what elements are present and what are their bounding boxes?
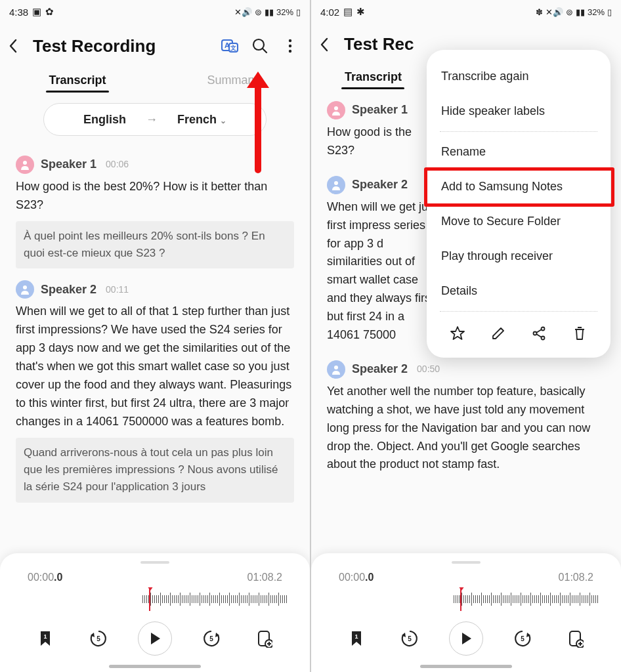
vibrate-icon: ✕🔊 bbox=[546, 7, 563, 17]
add-clip-button[interactable] bbox=[561, 624, 590, 653]
waveform[interactable] bbox=[311, 587, 621, 611]
avatar bbox=[327, 176, 345, 194]
home-indicator[interactable] bbox=[420, 665, 512, 668]
time-current: 00:00.0 bbox=[28, 572, 62, 583]
play-button[interactable] bbox=[449, 621, 483, 656]
translation-text: Quand arriverons-nous à tout cela un pas… bbox=[16, 438, 294, 503]
search-icon[interactable] bbox=[248, 34, 272, 58]
svg-point-19 bbox=[334, 181, 338, 185]
arrow-right-icon: → bbox=[146, 113, 158, 127]
speaker-row: Speaker 2 00:11 bbox=[16, 280, 294, 299]
phone-left: 4:38 ▣ ✿ ✕🔊 ⊚ ▮▮ 32% ▯ Test Recording A文 bbox=[0, 0, 310, 672]
back-button[interactable] bbox=[319, 37, 337, 52]
svg-point-20 bbox=[334, 366, 338, 369]
status-time: 4:38 bbox=[9, 7, 28, 18]
svg-point-7 bbox=[289, 45, 291, 47]
translation-text: À quel point les meilleurs 20% sont-ils … bbox=[16, 221, 294, 269]
translate-icon[interactable]: A文 bbox=[218, 34, 242, 58]
menu-divider bbox=[440, 311, 597, 312]
utterance-text[interactable]: When will we get just first impress seri… bbox=[327, 198, 439, 345]
favorite-icon[interactable] bbox=[446, 322, 469, 345]
back-button[interactable] bbox=[8, 38, 26, 54]
svg-text:1: 1 bbox=[43, 633, 47, 640]
page-title: Test Recording bbox=[33, 36, 156, 56]
vibrate-icon: ✕🔊 bbox=[234, 7, 252, 17]
speaker-row: Speaker 2 00:50 bbox=[327, 360, 605, 379]
waveform[interactable] bbox=[0, 587, 310, 611]
page-title: Test Rec bbox=[344, 34, 414, 54]
card-icon: ▤ bbox=[343, 6, 353, 18]
forward-5-button[interactable]: 5 bbox=[197, 624, 226, 653]
settings-icon: ✿ bbox=[45, 6, 54, 18]
battery-percent: 32% bbox=[588, 7, 605, 17]
svg-line-25 bbox=[536, 334, 542, 337]
svg-point-18 bbox=[334, 106, 338, 110]
battery-icon: ▯ bbox=[607, 7, 612, 17]
avatar bbox=[16, 156, 34, 174]
utterance-text[interactable]: How good is the S23? bbox=[327, 123, 439, 160]
battery-percent: 32% bbox=[276, 7, 293, 17]
svg-line-24 bbox=[536, 329, 542, 333]
edit-icon[interactable] bbox=[487, 322, 509, 345]
player-panel: 00:00.0 01:08.2 1 5 bbox=[0, 553, 310, 672]
svg-line-5 bbox=[263, 49, 267, 52]
avatar bbox=[327, 360, 345, 379]
status-bar: 4:02 ▤ ✱ ✽ ✕🔊 ⊚ ▮▮ 32% ▯ bbox=[311, 0, 621, 21]
menu-rename[interactable]: Rename bbox=[427, 135, 610, 169]
speaker-name: Speaker 2 bbox=[352, 360, 408, 379]
play-button[interactable] bbox=[138, 621, 172, 656]
menu-hide-speaker-labels[interactable]: Hide speaker labels bbox=[427, 94, 610, 129]
tab-transcript[interactable]: Transcript bbox=[0, 67, 155, 94]
menu-transcribe-again[interactable]: Transcribe again bbox=[427, 59, 610, 94]
menu-play-through-receiver[interactable]: Play through receiver bbox=[427, 239, 610, 274]
menu-divider bbox=[440, 131, 597, 132]
avatar bbox=[16, 280, 34, 299]
rewind-5-button[interactable]: 5 bbox=[395, 624, 424, 653]
delete-icon[interactable] bbox=[568, 322, 591, 345]
timestamp: 00:11 bbox=[106, 283, 129, 297]
more-icon[interactable] bbox=[278, 34, 302, 58]
utterance-text[interactable]: How good is the best 20%? How is it bett… bbox=[16, 178, 294, 215]
wifi-icon: ⊚ bbox=[255, 7, 262, 17]
bluetooth-icon: ✽ bbox=[536, 7, 543, 17]
drag-handle[interactable] bbox=[452, 561, 481, 564]
rewind-5-button[interactable]: 5 bbox=[84, 624, 113, 653]
svg-point-8 bbox=[289, 50, 291, 52]
lang-from: English bbox=[83, 113, 126, 127]
bookmark-button[interactable]: 1 bbox=[31, 624, 60, 653]
home-indicator[interactable] bbox=[109, 665, 201, 668]
speaker-name: Speaker 2 bbox=[41, 281, 96, 299]
status-time: 4:02 bbox=[320, 7, 339, 18]
utterance-text[interactable]: Yet another well the number top feature,… bbox=[327, 383, 605, 474]
overflow-menu: Transcribe again Hide speaker labels Ren… bbox=[427, 50, 610, 358]
speaker-row: Speaker 1 00:06 bbox=[16, 156, 294, 174]
player-panel: 00:00.0 01:08.2 1 5 bbox=[311, 553, 621, 672]
signal-icon: ▮▮ bbox=[576, 7, 585, 17]
share-icon[interactable] bbox=[528, 322, 550, 345]
menu-add-samsung-notes[interactable]: Add to Samsung Notes bbox=[427, 169, 610, 204]
playhead[interactable] bbox=[149, 587, 150, 611]
time-total: 01:08.2 bbox=[247, 572, 282, 583]
menu-move-secure-folder[interactable]: Move to Secure Folder bbox=[427, 204, 610, 239]
utterance-text[interactable]: When will we get to all of that 1 step f… bbox=[16, 303, 294, 430]
forward-5-button[interactable]: 5 bbox=[508, 624, 537, 653]
speaker-name: Speaker 2 bbox=[352, 176, 408, 194]
drag-handle[interactable] bbox=[140, 561, 169, 564]
playhead[interactable] bbox=[460, 587, 461, 611]
tabs: Transcript Summary bbox=[0, 63, 310, 94]
status-bar: 4:38 ▣ ✿ ✕🔊 ⊚ ▮▮ 32% ▯ bbox=[0, 0, 310, 21]
phone-right: 4:02 ▤ ✱ ✽ ✕🔊 ⊚ ▮▮ 32% ▯ Test Rec Transc… bbox=[311, 0, 621, 672]
gallery-icon: ▣ bbox=[32, 6, 41, 18]
svg-point-9 bbox=[23, 161, 27, 165]
timestamp: 00:50 bbox=[417, 362, 440, 377]
speaker-name: Speaker 1 bbox=[352, 101, 408, 119]
svg-text:1: 1 bbox=[354, 633, 358, 640]
add-clip-button[interactable] bbox=[250, 624, 279, 653]
timestamp: 00:06 bbox=[106, 158, 129, 172]
bookmark-button[interactable]: 1 bbox=[342, 624, 371, 653]
tab-transcript[interactable]: Transcript bbox=[311, 64, 435, 91]
menu-details[interactable]: Details bbox=[427, 274, 610, 308]
language-selector[interactable]: English → French ⌄ bbox=[43, 103, 267, 136]
wifi-icon: ⊚ bbox=[566, 7, 573, 17]
tab-summary[interactable]: Summary bbox=[155, 67, 310, 94]
